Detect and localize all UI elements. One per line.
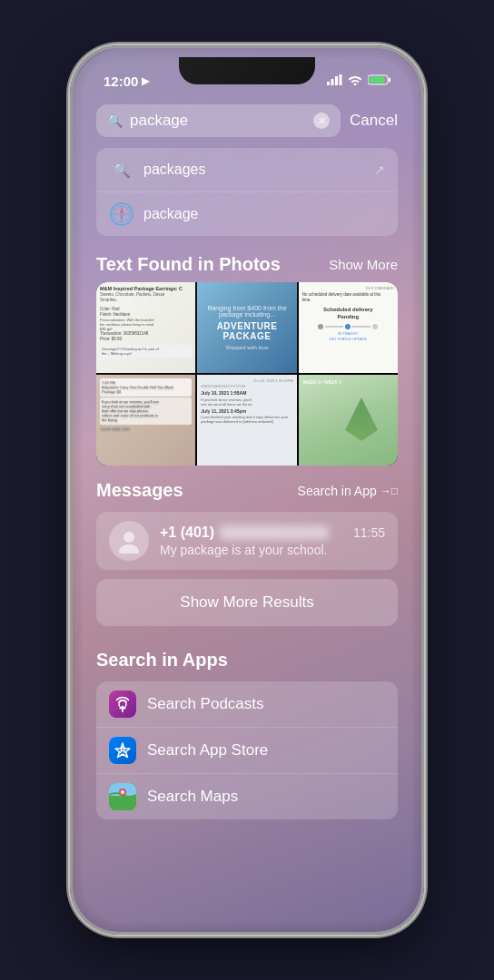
suggestions-list: 🔍 packages ↗: [96, 148, 398, 236]
screen-content[interactable]: 12:00 ▶: [82, 57, 412, 923]
svg-rect-5: [370, 77, 385, 83]
search-in-app-label: Search in App: [298, 484, 377, 498]
cancel-button[interactable]: Cancel: [350, 112, 398, 130]
location-icon: ▶: [142, 75, 149, 87]
suggestion-package-text: package: [143, 206, 385, 222]
message-content: +1 (401) 11:55 My package is at your sch…: [160, 524, 385, 557]
messages-section-title: Messages: [96, 480, 183, 501]
time-display: 12:00: [104, 74, 138, 89]
search-podcasts-label: Search Podcasts: [147, 695, 264, 713]
battery-icon: [368, 73, 390, 89]
photo-3[interactable]: DUS STANDARD No scheduled delivery date …: [299, 282, 398, 373]
avatar: [109, 521, 149, 561]
photos-section-header: Text Found in Photos Show More: [82, 240, 412, 282]
photos-grid[interactable]: M&M Inspired Package Earrings: C Sweets,…: [96, 282, 398, 466]
photo-6[interactable]: WEEK 0 / WEEK 1: [299, 375, 398, 466]
suggestion-package[interactable]: package: [96, 192, 398, 236]
search-icon: 🔍: [107, 113, 123, 128]
svg-rect-3: [340, 74, 342, 85]
svg-rect-6: [389, 78, 390, 83]
message-header: +1 (401) 11:55: [160, 524, 385, 541]
photo-4[interactable]: 7:30 PM Adjustable Carry One Double Roll…: [96, 375, 195, 466]
svg-point-14: [119, 544, 139, 554]
suggestion-search-icon: 🔍: [109, 157, 134, 182]
suggestion-arrow-icon: ↗: [374, 162, 385, 177]
maps-icon: [109, 783, 136, 810]
search-appstore-label: Search App Store: [147, 741, 268, 760]
svg-text:A: A: [119, 745, 125, 755]
photo-2[interactable]: Ranging from $400 from the package inclu…: [197, 282, 296, 373]
photo-3-overlay: DUS STANDARD No scheduled delivery date …: [302, 286, 394, 341]
show-more-results-button[interactable]: Show More Results: [96, 579, 398, 626]
svg-rect-2: [335, 76, 338, 85]
photo-1[interactable]: M&M Inspired Package Earrings: C Sweets,…: [96, 282, 195, 373]
svg-rect-0: [327, 82, 330, 85]
search-appstore-row[interactable]: A Search App Store: [96, 728, 398, 774]
search-bar-container: 🔍 package ✕ Cancel: [82, 97, 412, 144]
bottom-spacer: [82, 823, 412, 859]
svg-point-13: [124, 532, 134, 543]
message-time: 11:55: [353, 525, 385, 540]
appstore-icon: A: [109, 737, 136, 764]
photos-show-more[interactable]: Show More: [329, 257, 398, 272]
search-podcasts-row[interactable]: Search Podcasts: [96, 681, 398, 728]
photos-section-title: Text Found in Photos: [96, 254, 281, 275]
message-preview: My package is at your school.: [160, 543, 385, 557]
search-in-apps-title: Search in Apps: [96, 650, 228, 671]
messages-search-in-app[interactable]: Search in App →□: [298, 484, 398, 498]
search-query[interactable]: package: [130, 112, 306, 130]
svg-rect-1: [331, 79, 334, 85]
safari-icon: [109, 201, 134, 227]
photo-4-overlay: 7:30 PM Adjustable Carry One Double Roll…: [100, 378, 192, 431]
screen: 12:00 ▶: [82, 57, 412, 923]
messages-card[interactable]: +1 (401) 11:55 My package is at your sch…: [96, 512, 398, 570]
photo-5-overlay: Oct 18, 2020 1:23:39PM 48933748904341372…: [201, 378, 292, 424]
search-maps-row[interactable]: Search Maps: [96, 774, 398, 819]
search-in-apps-header: Search in Apps: [82, 635, 412, 678]
notch: [179, 57, 315, 84]
suggestion-packages[interactable]: 🔍 packages ↗: [96, 148, 398, 192]
status-icons: [327, 73, 390, 89]
message-sender-row: +1 (401): [160, 524, 329, 541]
external-link-icon: →□: [380, 485, 398, 497]
signal-icon: [327, 74, 342, 88]
phone-frame: 12:00 ▶: [0, 0, 494, 980]
blurred-phone: [220, 525, 329, 540]
message-sender: +1 (401): [160, 524, 214, 541]
photo-5[interactable]: Oct 18, 2020 1:23:39PM 48933748904341372…: [197, 375, 296, 466]
suggestion-packages-text: packages: [143, 162, 365, 178]
search-maps-label: Search Maps: [147, 788, 238, 806]
search-in-apps-list: Search Podcasts A Search App Store: [96, 681, 398, 819]
wifi-icon: [348, 74, 362, 88]
photo-1-overlay: M&M Inspired Package Earrings: C Sweets,…: [100, 286, 192, 358]
svg-point-21: [121, 790, 124, 794]
search-bar[interactable]: 🔍 package ✕: [96, 104, 341, 137]
message-row[interactable]: +1 (401) 11:55 My package is at your sch…: [96, 512, 398, 570]
show-more-label: Show More Results: [180, 593, 313, 611]
phone-body: 12:00 ▶: [70, 45, 424, 935]
status-time: 12:00 ▶: [104, 74, 149, 89]
search-clear-button[interactable]: ✕: [313, 113, 330, 129]
podcasts-icon: [109, 691, 136, 718]
messages-section-header: Messages Search in App →□: [82, 466, 412, 505]
